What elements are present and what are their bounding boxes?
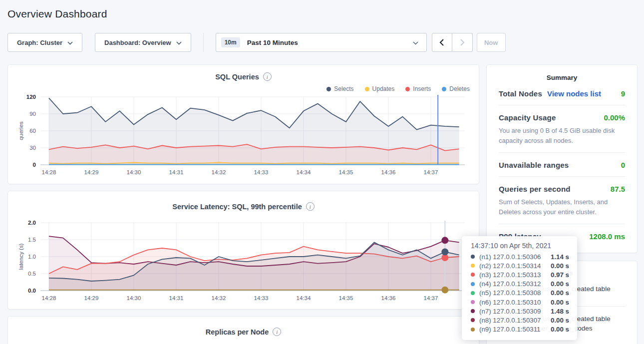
tooltip-node-address: (n2) 127.0.0.1:50314 <box>479 262 551 270</box>
dashboard-dropdown[interactable]: Dashboard: Overview <box>95 33 191 52</box>
view-nodes-list-link[interactable]: View nodes list <box>547 89 601 98</box>
node-color-dot-icon <box>471 318 475 322</box>
legend-dot-icon <box>365 87 369 91</box>
summary-stat-value: 0 <box>621 161 625 169</box>
time-range-badge: 10m <box>221 37 240 47</box>
summary-stat-value: 1208.0 ms <box>589 232 625 241</box>
tooltip-node-rows: (n1) 127.0.0.1:503061.14 s(n2) 127.0.0.1… <box>471 252 569 334</box>
tooltip-node-address: (n5) 127.0.0.1:50308 <box>479 289 551 297</box>
legend-item-deletes[interactable]: Deletes <box>442 85 470 93</box>
toolbar-divider <box>203 33 204 52</box>
svg-text:queries: queries <box>18 121 24 140</box>
svg-text:14:29: 14:29 <box>84 169 99 175</box>
service-latency-chart[interactable]: 14:2814:2914:3014:3114:3214:3314:3414:35… <box>8 219 480 303</box>
next-time-window-button[interactable] <box>452 33 473 52</box>
tooltip-node-row: (n2) 127.0.0.1:503140.00 s <box>471 261 569 270</box>
svg-text:0.5: 0.5 <box>28 271 36 277</box>
svg-text:14:37: 14:37 <box>424 169 438 175</box>
legend-dot-icon <box>326 87 331 91</box>
summary-stat-row: Total NodesView nodes list9 <box>499 81 625 105</box>
node-color-dot-icon <box>471 291 475 295</box>
chevron-down-icon <box>67 39 73 46</box>
overview-dashboard-page: Overview Dashboard Graph: Cluster Dashbo… <box>0 0 644 344</box>
svg-text:14:36: 14:36 <box>381 295 396 301</box>
now-button[interactable]: Now <box>477 33 506 52</box>
tooltip-node-latency: 0.00 s <box>551 262 569 270</box>
svg-text:14:29: 14:29 <box>84 295 99 301</box>
tooltip-node-latency: 0.00 s <box>551 289 569 297</box>
svg-text:14:33: 14:33 <box>254 295 269 301</box>
svg-text:14:34: 14:34 <box>297 169 311 175</box>
svg-text:14:28: 14:28 <box>42 169 56 175</box>
svg-text:2.0: 2.0 <box>28 220 36 226</box>
page-title: Overview Dashboard <box>0 0 644 20</box>
previous-time-window-button[interactable] <box>432 33 452 52</box>
summary-stat-value: 0.00% <box>604 113 625 122</box>
tooltip-node-row: (n3) 127.0.0.1:503130.97 s <box>471 270 569 279</box>
summary-stat-row: Unavailable ranges0 <box>499 153 625 177</box>
svg-text:1.5: 1.5 <box>28 237 36 243</box>
svg-text:14:31: 14:31 <box>169 169 184 175</box>
legend-item-selects[interactable]: Selects <box>326 85 353 93</box>
svg-text:14:33: 14:33 <box>254 169 269 175</box>
tooltip-node-address: (n4) 127.0.0.1:50312 <box>479 280 551 288</box>
sql-queries-chart-title: SQL Queries <box>215 73 259 81</box>
svg-text:30: 30 <box>29 145 36 151</box>
tooltip-node-latency: 0.00 s <box>551 317 569 324</box>
dashboard-dropdown-label: Dashboard: Overview <box>104 39 171 46</box>
node-color-dot-icon <box>471 300 475 304</box>
tooltip-node-address: (n8) 127.0.0.1:50307 <box>479 317 551 324</box>
node-color-dot-icon <box>471 309 475 313</box>
svg-text:14:36: 14:36 <box>381 169 396 175</box>
tooltip-node-latency: 0.00 s <box>551 326 569 333</box>
time-range-label: Past 10 Minutes <box>247 39 413 46</box>
legend-label: Selects <box>334 85 353 92</box>
legend-dot-icon <box>405 87 410 91</box>
replicas-per-node-chart-title: Replicas per Node <box>206 328 269 336</box>
legend-item-updates[interactable]: Updates <box>365 85 395 93</box>
graph-scope-dropdown[interactable]: Graph: Cluster <box>7 33 82 52</box>
svg-text:14:32: 14:32 <box>212 295 226 301</box>
svg-text:120: 120 <box>26 94 36 100</box>
tooltip-node-row: (n1) 127.0.0.1:503061.14 s <box>471 252 569 261</box>
replicas-per-node-chart-panel: Replicas per Node i <box>7 316 479 344</box>
tooltip-node-latency: 0.97 s <box>551 271 569 279</box>
node-color-dot-icon <box>471 255 475 259</box>
svg-text:14:34: 14:34 <box>297 295 311 301</box>
info-icon[interactable]: i <box>306 202 315 211</box>
time-range-picker[interactable]: 10m Past 10 Minutes <box>216 33 427 52</box>
chart-hover-tooltip: 14:37:10 on Apr 5th, 2021 (n1) 127.0.0.1… <box>462 236 577 340</box>
svg-text:14:35: 14:35 <box>339 295 353 301</box>
svg-text:latency (s): latency (s) <box>18 243 24 270</box>
summary-stat-label: Capacity Usage <box>499 113 556 122</box>
svg-text:14:37: 14:37 <box>424 295 438 301</box>
summary-stat-row: Queries per second87.5Sum of Selects, Up… <box>499 177 625 224</box>
legend-item-inserts[interactable]: Inserts <box>405 85 431 93</box>
time-step-buttons <box>432 33 473 52</box>
info-icon[interactable]: i <box>273 328 281 336</box>
tooltip-node-row: (n6) 127.0.0.1:503100.00 s <box>471 298 569 307</box>
summary-rows: Total NodesView nodes list9Capacity Usag… <box>499 81 625 248</box>
svg-text:14:30: 14:30 <box>127 295 141 301</box>
legend-label: Inserts <box>413 85 431 92</box>
tooltip-node-latency: 0.00 s <box>551 299 569 306</box>
summary-panel: Summary Total NodesView nodes list9Capac… <box>486 64 638 253</box>
charts-column: SQL Queries i SelectsUpdatesInsertsDelet… <box>7 64 479 344</box>
summary-stat-description: You are using 0 B of 4.5 GiB usable disk… <box>499 126 625 145</box>
summary-stat-label: Unavailable ranges <box>499 161 569 169</box>
tooltip-node-address: (n1) 127.0.0.1:50306 <box>479 253 551 261</box>
info-icon[interactable]: i <box>263 72 272 81</box>
chevron-down-icon <box>413 38 418 47</box>
svg-text:1.0: 1.0 <box>28 254 36 260</box>
sql-queries-legend: SelectsUpdatesInsertsDeletes <box>8 81 479 93</box>
tooltip-node-row: (n9) 127.0.0.1:503110.00 s <box>471 325 569 334</box>
svg-text:60: 60 <box>29 128 36 134</box>
svg-text:14:31: 14:31 <box>169 295 184 301</box>
summary-stat-description: Sum of Selects, Updates, Inserts, and De… <box>499 197 625 217</box>
sql-queries-chart[interactable]: 14:2814:2914:3014:3114:3214:3314:3414:35… <box>8 93 480 177</box>
svg-text:14:35: 14:35 <box>339 169 353 175</box>
tooltip-node-row: (n5) 127.0.0.1:503080.00 s <box>471 289 569 298</box>
svg-text:0.0: 0.0 <box>28 288 36 294</box>
summary-stat-label: Queries per second <box>499 185 571 193</box>
chevron-down-icon <box>176 39 182 46</box>
